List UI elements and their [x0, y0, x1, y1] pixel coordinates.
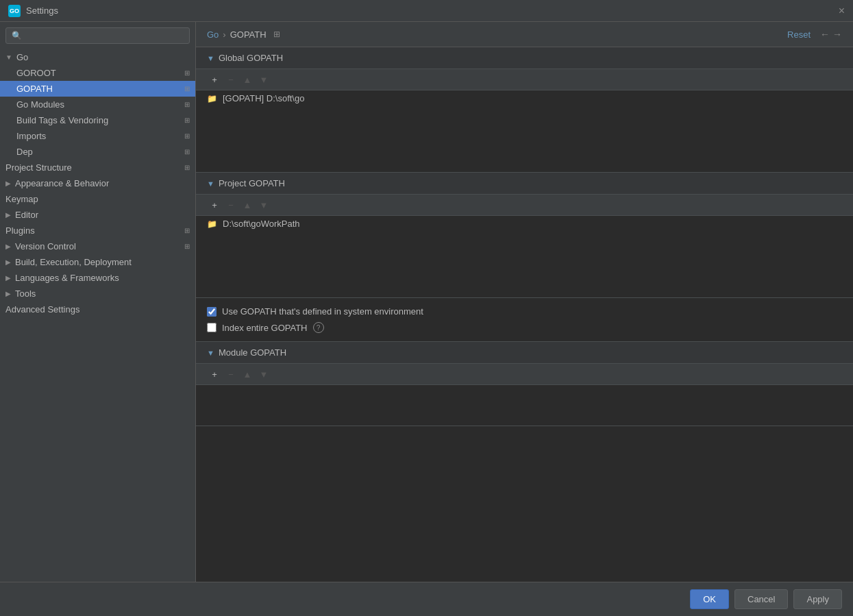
- sidebar-item-version-control[interactable]: ▶ Version Control ⊞: [0, 238, 195, 254]
- search-icon: 🔍: [12, 31, 22, 40]
- sidebar-item-label: Appearance & Behavior: [15, 178, 109, 188]
- title-bar: GO Settings ×: [0, 0, 853, 22]
- chevron-down-icon: ▼: [5, 53, 12, 61]
- sidebar-item-build-execution[interactable]: ▶ Build, Execution, Deployment: [0, 254, 195, 270]
- module-gopath-title: Module GOPATH: [219, 347, 286, 358]
- pin-icon: ⊞: [184, 243, 190, 250]
- down-global-button[interactable]: ▼: [256, 72, 271, 87]
- sidebar-item-go[interactable]: ▼ Go: [0, 49, 195, 65]
- up-global-button[interactable]: ▲: [240, 72, 255, 87]
- pin-icon: ⊞: [184, 148, 190, 156]
- project-gopath-header[interactable]: ▼ Project GOPATH: [196, 173, 853, 195]
- sidebar-item-label: Build Tags & Vendoring: [16, 115, 108, 125]
- sidebar-item-label: Project Structure: [5, 162, 72, 173]
- up-module-button[interactable]: ▲: [240, 367, 255, 382]
- bottom-bar: OK Cancel Apply: [0, 582, 853, 616]
- app-logo: GO: [8, 5, 21, 17]
- pin-icon: ⊞: [184, 101, 190, 108]
- main-layout: 🔍 ▼ Go GOROOT ⊞ GOPATH ⊞ Go Modules: [0, 22, 853, 582]
- sidebar-item-label: GOPATH: [16, 84, 53, 94]
- sidebar-items-container: ▼ Go GOROOT ⊞ GOPATH ⊞ Go Modules ⊞ Buil…: [0, 49, 195, 582]
- title-bar-text: Settings: [26, 5, 58, 16]
- pin-page-button[interactable]: ⊞: [273, 29, 280, 39]
- section-chevron-icon: ▼: [207, 180, 214, 188]
- reset-button[interactable]: Reset: [787, 29, 811, 40]
- global-gopath-header[interactable]: ▼ Global GOPATH: [196, 47, 853, 69]
- module-gopath-section: ▼ Module GOPATH + − ▲ ▼: [196, 342, 853, 426]
- chevron-right-icon: ▶: [5, 274, 11, 282]
- pin-icon: ⊞: [184, 85, 190, 93]
- sidebar-item-project-structure[interactable]: Project Structure ⊞: [0, 160, 195, 175]
- remove-global-button[interactable]: −: [223, 72, 238, 87]
- use-gopath-row: Use GOPATH that's defined in system envi…: [207, 306, 842, 317]
- chevron-right-icon: ▶: [5, 290, 11, 297]
- sidebar-item-label: Build, Execution, Deployment: [15, 257, 132, 267]
- breadcrumb-parent[interactable]: Go: [207, 29, 219, 40]
- folder-icon: 📁: [207, 219, 217, 229]
- chevron-right-icon: ▶: [5, 211, 11, 219]
- down-module-button[interactable]: ▼: [256, 367, 271, 382]
- help-icon[interactable]: ?: [313, 322, 324, 333]
- sidebar-item-build-tags[interactable]: Build Tags & Vendoring ⊞: [0, 112, 195, 128]
- sidebar-item-label: Advanced Settings: [5, 304, 79, 315]
- breadcrumb-separator: ›: [223, 29, 225, 40]
- sidebar-item-advanced-settings[interactable]: Advanced Settings: [0, 301, 195, 317]
- sidebar-item-dep[interactable]: Dep ⊞: [0, 144, 195, 160]
- global-gopath-section: ▼ Global GOPATH + − ▲ ▼ 📁 [GOPATH] D:\so…: [196, 47, 853, 173]
- pin-icon: ⊞: [184, 116, 190, 124]
- remove-module-button[interactable]: −: [223, 367, 238, 382]
- sidebar-item-label: Go Modules: [16, 99, 64, 110]
- cancel-button[interactable]: Cancel: [734, 589, 788, 609]
- sidebar-item-editor[interactable]: ▶ Editor: [0, 207, 195, 223]
- add-project-button[interactable]: +: [207, 197, 222, 212]
- sidebar-item-keymap[interactable]: Keymap: [0, 191, 195, 207]
- content-area: Go › GOPATH ⊞ Reset ← → ▼ Global GOPATH …: [196, 22, 853, 582]
- search-box[interactable]: 🔍: [5, 27, 190, 44]
- content-header: Go › GOPATH ⊞ Reset ← →: [196, 22, 853, 47]
- chevron-right-icon: ▶: [5, 243, 11, 250]
- global-gopath-toolbar: + − ▲ ▼: [196, 69, 853, 90]
- sidebar-item-label: Dep: [16, 147, 33, 157]
- sidebar-item-imports[interactable]: Imports ⊞: [0, 128, 195, 144]
- search-input[interactable]: [26, 31, 184, 40]
- global-gopath-list: 📁 [GOPATH] D:\soft\go: [196, 90, 853, 173]
- sidebar-item-label: Tools: [15, 288, 36, 299]
- pin-icon: ⊞: [184, 227, 190, 234]
- chevron-right-icon: ▶: [5, 180, 11, 187]
- project-gopath-toolbar: + − ▲ ▼: [196, 195, 853, 216]
- sidebar-item-gopath[interactable]: GOPATH ⊞: [0, 81, 195, 97]
- module-gopath-header[interactable]: ▼ Module GOPATH: [196, 342, 853, 364]
- breadcrumb-current: GOPATH: [230, 29, 267, 40]
- sidebar-item-goroot[interactable]: GOROOT ⊞: [0, 65, 195, 81]
- list-item[interactable]: 📁 [GOPATH] D:\soft\go: [196, 90, 853, 106]
- pin-icon: ⊞: [184, 69, 190, 77]
- ok-button[interactable]: OK: [690, 589, 729, 609]
- sidebar-item-plugins[interactable]: Plugins ⊞: [0, 223, 195, 238]
- down-project-button[interactable]: ▼: [256, 197, 271, 212]
- list-item-text: [GOPATH] D:\soft\go: [223, 93, 304, 103]
- close-button[interactable]: ×: [839, 5, 845, 16]
- add-global-button[interactable]: +: [207, 72, 222, 87]
- add-module-button[interactable]: +: [207, 367, 222, 382]
- sidebar-item-go-modules[interactable]: Go Modules ⊞: [0, 97, 195, 112]
- list-item[interactable]: 📁 D:\soft\goWorkPath: [196, 216, 853, 232]
- sidebar-item-languages[interactable]: ▶ Languages & Frameworks: [0, 270, 195, 286]
- global-gopath-title: Global GOPATH: [219, 53, 283, 63]
- project-gopath-title: Project GOPATH: [219, 178, 285, 188]
- chevron-right-icon: ▶: [5, 258, 11, 266]
- apply-button[interactable]: Apply: [793, 589, 842, 609]
- back-arrow[interactable]: ←: [820, 29, 830, 40]
- up-project-button[interactable]: ▲: [240, 197, 255, 212]
- use-gopath-label: Use GOPATH that's defined in system envi…: [222, 306, 423, 317]
- sidebar-item-label: Version Control: [15, 241, 76, 251]
- forward-arrow[interactable]: →: [832, 29, 842, 40]
- index-gopath-checkbox[interactable]: [207, 323, 217, 332]
- sidebar-item-tools[interactable]: ▶ Tools: [0, 286, 195, 301]
- use-gopath-checkbox[interactable]: [207, 307, 217, 317]
- nav-arrows: ← →: [820, 29, 842, 40]
- sidebar-item-appearance[interactable]: ▶ Appearance & Behavior: [0, 175, 195, 191]
- sidebar-item-label: Go: [16, 52, 28, 62]
- remove-project-button[interactable]: −: [223, 197, 238, 212]
- pin-icon: ⊞: [184, 132, 190, 140]
- content-scroll: ▼ Global GOPATH + − ▲ ▼ 📁 [GOPATH] D:\so…: [196, 47, 853, 582]
